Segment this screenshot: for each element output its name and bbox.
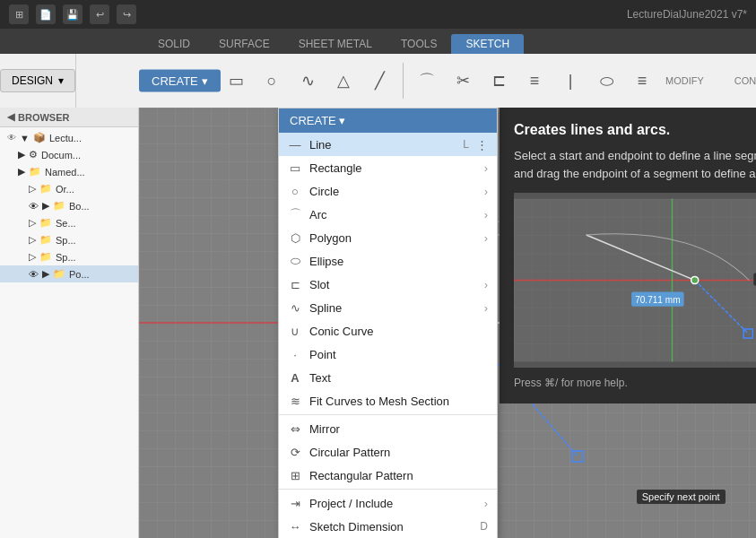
browser-item-sp1[interactable]: ▷ 📁 Sp... [0, 231, 138, 248]
conic-icon: ∪ [288, 324, 302, 338]
tab-tools[interactable]: TOOLS [387, 34, 451, 54]
menu-item-ellipse-label: Ellipse [309, 255, 343, 268]
menu-item-sketch-dimension-label: Sketch Dimension [309, 520, 404, 534]
browser-item-or[interactable]: ▷ 📁 Or... [0, 180, 138, 197]
menu-item-circle[interactable]: ○ Circle › [279, 179, 497, 203]
browser-item-sp2[interactable]: ▷ 📁 Sp... [0, 248, 138, 265]
tab-sketch[interactable]: SKETCH [451, 34, 524, 54]
menu-item-polygon-label: Polygon [309, 231, 352, 245]
browser-item-se[interactable]: ▷ 📁 Se... [0, 214, 138, 231]
browser-item-docum[interactable]: ▶ ⚙ Docum... [0, 146, 138, 163]
menu-item-line-label: Line [309, 138, 332, 152]
menu-header[interactable]: CREATE ▾ [279, 108, 497, 133]
grid-icon[interactable]: ⊞ [9, 4, 29, 24]
design-dropdown-arrow: ▾ [58, 74, 64, 87]
toolbar-tabs: SOLID SURFACE SHEET METAL TOOLS SKETCH [0, 29, 756, 54]
menu-item-rectangle-label: Rectangle [309, 161, 362, 175]
tab-surface[interactable]: SURFACE [204, 34, 284, 54]
main-content: ◀ BROWSER 👁 ▼ 📦 Lectu... ▶ ⚙ Docum... ▶ … [0, 108, 756, 538]
spline-submenu-arrow: › [484, 301, 488, 315]
circle-submenu-arrow: › [484, 185, 488, 198]
undo-icon[interactable]: ↩ [90, 4, 109, 24]
sketch-extend-icon[interactable]: ⊏ [482, 65, 515, 97]
circular-pattern-icon: ⟳ [288, 445, 302, 459]
ellipse-icon: ⬭ [288, 254, 302, 268]
menu-item-rectangle[interactable]: ▭ Rectangle › [279, 156, 497, 179]
menu-item-ellipse[interactable]: ⬭ Ellipse [279, 249, 497, 273]
menu-item-arc[interactable]: ⌒ Arc › [279, 203, 497, 226]
arc-icon: ⌒ [288, 207, 302, 221]
rectangle-submenu-arrow: › [484, 161, 488, 175]
design-button[interactable]: DESIGN ▾ [0, 69, 75, 92]
browser-items: 👁 ▼ 📦 Lectu... ▶ ⚙ Docum... ▶ 📁 Named...… [0, 127, 138, 284]
browser-item-bo[interactable]: 👁 ▶ 📁 Bo... [0, 197, 138, 214]
line-shortcut: L [463, 138, 469, 151]
browser-expand-icon: ▼ [20, 133, 30, 143]
mirror-icon: ⇔ [288, 421, 302, 436]
tooltip-footer: Press ⌘/ for more help. [514, 377, 756, 389]
browser-item-named[interactable]: ▶ 📁 Named... [0, 163, 138, 180]
sketch-v-icon[interactable]: | [554, 65, 587, 97]
text-icon: A [288, 370, 302, 385]
menu-item-point[interactable]: · Point [279, 343, 497, 366]
menu-item-spline-label: Spline [309, 301, 342, 315]
sketch-triangle-icon[interactable]: △ [327, 65, 360, 97]
spline-icon: ∿ [288, 300, 302, 315]
line-options-icon[interactable]: ⋮ [476, 138, 488, 152]
menu-item-sketch-dimension[interactable]: ↔ Sketch Dimension D [279, 515, 497, 538]
menu-item-circular-pattern[interactable]: ⟳ Circular Pattern [279, 440, 497, 464]
menu-item-conic[interactable]: ∪ Conic Curve [279, 319, 497, 343]
sketch-scissors-icon[interactable]: ✂ [447, 65, 479, 97]
menu-item-project-include-label: Project / Include [309, 497, 393, 510]
sketch-ellipse-icon[interactable]: ⬭ [590, 65, 622, 97]
canvas-area: 70.711 mm 45.0 deg Specify next point CR… [139, 108, 756, 538]
sketch-hatch-icon[interactable]: ≡ [518, 65, 551, 97]
window-title: LectureDialJune2021 v7* [147, 8, 747, 21]
title-bar: ⊞ 📄 💾 ↩ ↪ LectureDialJune2021 v7* [0, 0, 756, 29]
menu-item-conic-label: Conic Curve [309, 325, 374, 338]
menu-item-mirror-label: Mirror [309, 422, 340, 436]
menu-item-point-label: Point [309, 348, 336, 361]
sketch-arc-icon[interactable]: ∿ [291, 65, 324, 97]
file-icon[interactable]: 📄 [36, 4, 56, 24]
save-icon[interactable]: 💾 [63, 4, 83, 24]
menu-item-project-include[interactable]: ⇥ Project / Include › [279, 491, 497, 515]
menu-item-line[interactable]: — Line L ⋮ [279, 133, 497, 156]
menu-item-text-label: Text [309, 371, 331, 385]
arc-submenu-arrow: › [484, 208, 488, 221]
sketch-bar-icon[interactable]: ≡ [626, 65, 658, 97]
tooltip-image: 70.711 mm 45.0 deg [514, 193, 756, 368]
title-bar-icons[interactable]: ⊞ 📄 💾 ↩ ↪ [9, 4, 136, 24]
menu-item-polygon[interactable]: ⬡ Polygon › [279, 226, 497, 249]
sketch-arc2-icon[interactable]: ⌒ [411, 65, 443, 97]
polygon-icon: ⬡ [288, 230, 302, 245]
create-button[interactable]: CREATE ▾ [139, 70, 221, 92]
menu-separator-1 [279, 414, 497, 415]
create-dropdown-menu: CREATE ▾ — Line L ⋮ ▭ Rectangle › [278, 108, 498, 538]
menu-item-rectangular-pattern[interactable]: ⊞ Rectangular Pattern [279, 464, 497, 487]
point-icon: · [288, 347, 302, 361]
redo-icon[interactable]: ↪ [117, 4, 136, 24]
browser-expand-icon3: ▶ [18, 166, 25, 178]
menu-item-slot[interactable]: ⊏ Slot › [279, 273, 497, 296]
menu-item-fit-curves[interactable]: ≋ Fit Curves to Mesh Section [279, 389, 497, 412]
tab-solid[interactable]: SOLID [143, 34, 204, 54]
browser-collapse-icon[interactable]: ◀ [7, 111, 14, 123]
sketch-circle-icon[interactable]: ○ [256, 65, 288, 97]
tooltip-description: Select a start and endpoint to define a … [514, 147, 756, 182]
browser-item-lectu[interactable]: 👁 ▼ 📦 Lectu... [0, 129, 138, 146]
sketch-dimension-shortcut: D [480, 520, 488, 533]
browser-item-po[interactable]: 👁 ▶ 📁 Po... [0, 265, 138, 282]
tab-sheet-metal[interactable]: SHEET METAL [284, 34, 387, 54]
menu-item-text[interactable]: A Text [279, 366, 497, 389]
menu-item-circular-pattern-label: Circular Pattern [309, 446, 390, 459]
left-panel-toolbar: DESIGN ▾ [0, 54, 76, 108]
menu-item-mirror[interactable]: ⇔ Mirror [279, 417, 497, 440]
sketch-rect-icon[interactable]: ▭ [220, 65, 252, 97]
menu-item-spline[interactable]: ∿ Spline › [279, 296, 497, 319]
project-include-icon: ⇥ [288, 496, 302, 510]
menu-item-rectangular-pattern-label: Rectangular Pattern [309, 469, 413, 482]
sketch-line2-icon[interactable]: ╱ [363, 65, 395, 97]
slot-icon: ⊏ [288, 277, 302, 291]
menu-item-fit-curves-label: Fit Curves to Mesh Section [309, 395, 449, 408]
